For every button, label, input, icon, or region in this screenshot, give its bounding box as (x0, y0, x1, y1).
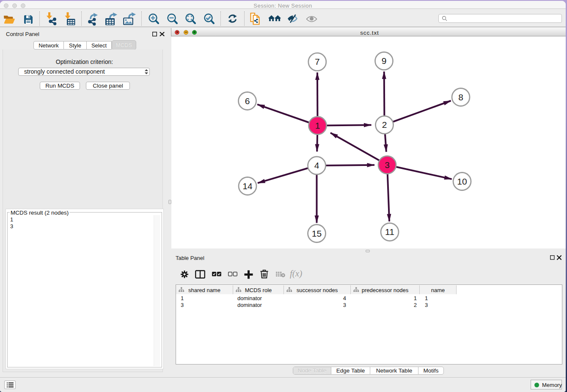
svg-text:8: 8 (458, 92, 463, 102)
svg-text:7: 7 (315, 57, 320, 66)
svg-text:11: 11 (385, 227, 394, 237)
svg-text:9: 9 (382, 56, 387, 66)
svg-text:14: 14 (242, 181, 253, 191)
svg-text:2: 2 (382, 120, 387, 130)
svg-text:10: 10 (457, 177, 467, 186)
svg-text:4: 4 (314, 160, 319, 170)
svg-text:1: 1 (315, 121, 320, 130)
svg-text:3: 3 (385, 160, 390, 170)
svg-text:15: 15 (312, 229, 322, 238)
svg-text:6: 6 (245, 96, 250, 106)
